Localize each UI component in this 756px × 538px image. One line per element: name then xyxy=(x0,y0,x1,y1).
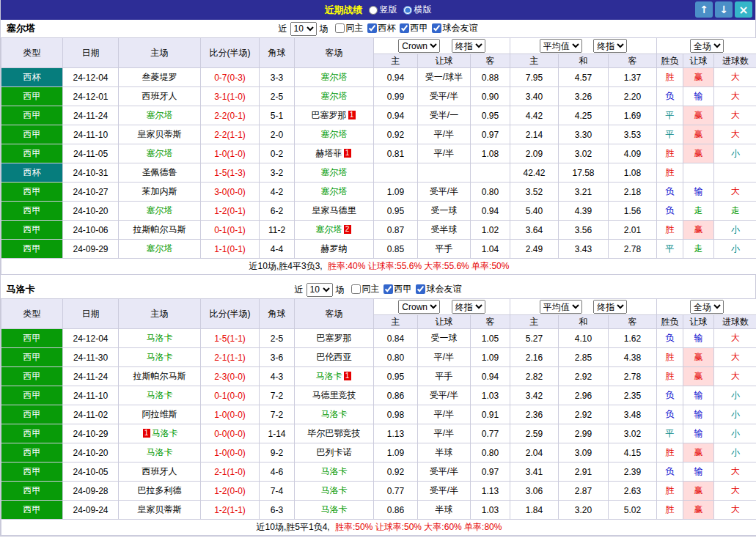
team-link[interactable]: 塞尔塔 xyxy=(321,91,348,101)
match-row: 西甲 24-10-20 马洛卡 1-0(0-0) 9-2 巴列卡诺 1.09 半… xyxy=(1,443,756,463)
filter-checkbox-球会友谊[interactable]: 球会友谊 xyxy=(416,283,462,295)
euro-odds-type-select[interactable]: 终指 xyxy=(593,39,627,53)
close-button[interactable]: × xyxy=(735,1,752,18)
checkbox[interactable] xyxy=(335,23,345,33)
match-outcome: 平 xyxy=(657,424,683,443)
team-link[interactable]: 马洛卡 xyxy=(147,447,173,457)
team-link[interactable]: 塞尔塔 xyxy=(321,167,348,177)
team-link[interactable]: 塞尔塔 xyxy=(147,110,173,120)
team-link[interactable]: 塞尔塔 xyxy=(321,186,348,196)
team-link[interactable]: 皇家贝蒂斯 xyxy=(138,129,182,139)
team-link[interactable]: 皇家马德里 xyxy=(312,205,356,215)
bookmaker-select[interactable]: Crown xyxy=(398,39,440,53)
bookmaker-select[interactable]: Crown xyxy=(398,300,440,314)
team-link[interactable]: 马洛卡 xyxy=(147,390,173,400)
team-link[interactable]: 塞尔塔 xyxy=(316,224,342,235)
team-link[interactable]: 马洛卡 xyxy=(321,466,348,476)
team-link[interactable]: 马洛卡 xyxy=(152,428,178,438)
euro-average-select[interactable]: 平均值 xyxy=(540,39,582,53)
team-link[interactable]: 西班牙人 xyxy=(142,466,177,476)
euro-odds-away: 1.62 xyxy=(609,329,657,348)
team-link[interactable]: 马洛卡 xyxy=(147,352,173,362)
team-link[interactable]: 塞尔塔 xyxy=(147,148,173,158)
checkbox[interactable] xyxy=(416,284,425,294)
match-date: 24-11-30 xyxy=(63,348,119,367)
scope-select[interactable]: 全场 xyxy=(690,39,724,53)
team-link[interactable]: 巴塞罗那 xyxy=(317,333,352,343)
team-link[interactable]: 马洛卡 xyxy=(321,485,348,495)
asian-odds-home: 1.13 xyxy=(374,424,418,443)
layout-option-vertical[interactable]: 竖版 xyxy=(369,4,397,16)
team-link[interactable]: 阿拉维斯 xyxy=(142,409,177,419)
team-link[interactable]: 叁菱堤罗 xyxy=(142,72,177,82)
checkbox[interactable] xyxy=(367,23,377,33)
col-header-corner: 角球 xyxy=(260,299,295,329)
scroll-up-button[interactable]: ↑ xyxy=(695,1,713,18)
match-date: 24-12-04 xyxy=(63,329,119,348)
team-link[interactable]: 马德里竞技 xyxy=(312,390,356,400)
col-header-goals: 进球数 xyxy=(714,54,756,68)
handicap-result: 输 xyxy=(683,87,714,106)
asian-odds-away: 1.08 xyxy=(471,144,510,163)
team-link[interactable]: 马洛卡 xyxy=(316,371,342,381)
team-link[interactable]: 塞尔塔 xyxy=(147,205,173,215)
team-link[interactable]: 巴塞罗那 xyxy=(312,110,347,120)
home-team-cell: 巴拉多利德 xyxy=(119,482,201,501)
match-count-select[interactable]: 10 xyxy=(307,283,333,297)
asian-handicap: 受一球 xyxy=(418,202,471,221)
team-link[interactable]: 西班牙人 xyxy=(142,91,177,101)
team-link[interactable]: 赫塔菲 xyxy=(316,148,342,158)
team-link[interactable]: 拉斯帕尔马斯 xyxy=(133,371,186,381)
team-link[interactable]: 圣佩德鲁 xyxy=(142,167,177,177)
team-link[interactable]: 巴列卡诺 xyxy=(317,447,352,457)
match-date: 24-11-24 xyxy=(63,367,119,386)
asian-odds-type-select[interactable]: 终指 xyxy=(452,39,485,53)
team-link[interactable]: 巴拉多利德 xyxy=(138,485,182,495)
asian-handicap: 受一球 xyxy=(418,329,471,348)
team-link[interactable]: 马洛卡 xyxy=(321,409,348,419)
team-link[interactable]: 巴伦西亚 xyxy=(317,352,352,362)
euro-odds-away: 3.53 xyxy=(609,125,657,144)
team-link[interactable]: 马洛卡 xyxy=(147,333,173,343)
team-link[interactable]: 拉斯帕尔马斯 xyxy=(133,224,186,235)
filter-checkbox-同主[interactable]: 同主 xyxy=(335,22,364,34)
score: 0-1(0-1) xyxy=(201,221,260,240)
asian-odds-type-select[interactable]: 终指 xyxy=(452,300,485,314)
match-count-select[interactable]: 10 xyxy=(290,22,317,36)
vertical-layout-radio[interactable] xyxy=(369,6,378,15)
home-team-cell: 西班牙人 xyxy=(119,87,201,106)
checkbox[interactable] xyxy=(351,284,361,294)
horizontal-layout-radio[interactable] xyxy=(403,6,412,15)
team-link[interactable]: 马洛卡 xyxy=(321,504,348,515)
col-header-score: 比分(半场) xyxy=(201,38,260,68)
euro-average-select[interactable]: 平均值 xyxy=(540,300,582,314)
euro-odds-draw: 2.92 xyxy=(559,405,609,424)
euro-odds-type-select[interactable]: 终指 xyxy=(593,300,627,314)
filter-checkbox-球会友谊[interactable]: 球会友谊 xyxy=(432,22,478,34)
handicap-result: 赢 xyxy=(683,482,714,501)
checkbox-label: 西杯 xyxy=(378,22,396,34)
checkbox-label: 同主 xyxy=(346,22,364,34)
handicap-result: 输 xyxy=(683,183,714,202)
team-link[interactable]: 毕尔巴鄂竞技 xyxy=(308,428,361,438)
team-link[interactable]: 皇家贝蒂斯 xyxy=(138,504,182,515)
team-link[interactable]: 塞尔塔 xyxy=(147,243,173,254)
filter-checkbox-西杯[interactable]: 西杯 xyxy=(367,22,396,34)
match-date: 24-09-24 xyxy=(63,501,119,520)
filter-checkbox-同主[interactable]: 同主 xyxy=(351,283,380,295)
filter-checkbox-西甲[interactable]: 西甲 xyxy=(383,283,412,295)
team-link[interactable]: 赫罗纳 xyxy=(321,243,348,254)
match-row: 西甲 24-11-30 马洛卡 2-1(1-1) 3-6 巴伦西亚 0.80 平… xyxy=(1,348,756,367)
team-link[interactable]: 莱加内斯 xyxy=(142,186,177,196)
checkbox[interactable] xyxy=(383,284,393,294)
checkbox[interactable] xyxy=(432,23,441,33)
filter-checkbox-西甲[interactable]: 西甲 xyxy=(400,22,428,34)
scope-select[interactable]: 全场 xyxy=(690,300,724,314)
layout-option-horizontal[interactable]: 横版 xyxy=(403,4,432,16)
handicap-result: 赢 xyxy=(683,221,714,240)
team-link[interactable]: 塞尔塔 xyxy=(321,72,348,82)
checkbox[interactable] xyxy=(400,23,409,33)
scroll-down-button[interactable]: ↓ xyxy=(715,1,733,18)
team-link[interactable]: 塞尔塔 xyxy=(321,129,348,139)
league-badge: 西甲 xyxy=(1,221,63,240)
